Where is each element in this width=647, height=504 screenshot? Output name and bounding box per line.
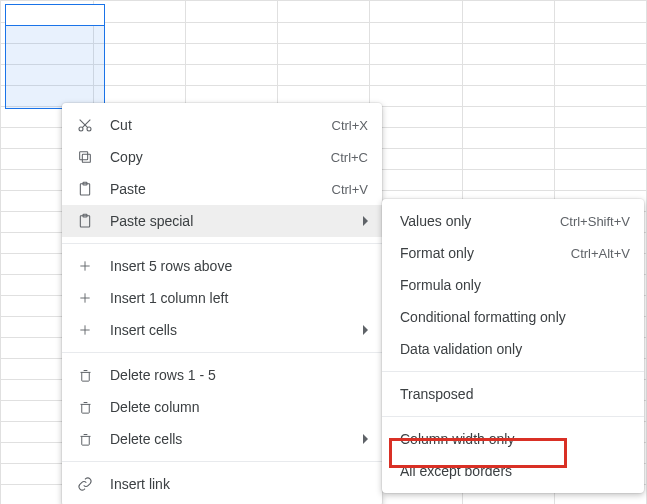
submenu-item-values-only[interactable]: Values only Ctrl+Shift+V: [382, 205, 644, 237]
menu-item-label: Cut: [110, 117, 332, 133]
submenu-arrow-icon: [363, 325, 368, 335]
submenu-item-column-width[interactable]: Column width only: [382, 423, 644, 455]
menu-separator: [382, 371, 644, 372]
menu-item-delete-column[interactable]: Delete column: [62, 391, 382, 423]
menu-separator: [62, 461, 382, 462]
menu-item-label: Formula only: [400, 277, 630, 293]
menu-item-shortcut: Ctrl+V: [332, 182, 368, 197]
svg-rect-5: [80, 152, 88, 160]
menu-item-label: Conditional formatting only: [400, 309, 630, 325]
menu-item-label: Insert 1 column left: [110, 290, 368, 306]
menu-item-copy[interactable]: Copy Ctrl+C: [62, 141, 382, 173]
menu-separator: [62, 243, 382, 244]
plus-icon: [74, 288, 96, 308]
trash-icon: [74, 365, 96, 385]
menu-item-label: Paste: [110, 181, 332, 197]
menu-item-label: Paste special: [110, 213, 353, 229]
menu-item-delete-cells[interactable]: Delete cells: [62, 423, 382, 455]
menu-item-label: Column width only: [400, 431, 630, 447]
plus-icon: [74, 320, 96, 340]
menu-item-delete-rows[interactable]: Delete rows 1 - 5: [62, 359, 382, 391]
menu-item-insert-cells[interactable]: Insert cells: [62, 314, 382, 346]
menu-item-label: All except borders: [400, 463, 630, 479]
menu-item-label: Delete rows 1 - 5: [110, 367, 368, 383]
menu-item-insert-column[interactable]: Insert 1 column left: [62, 282, 382, 314]
menu-item-label: Insert cells: [110, 322, 353, 338]
menu-item-shortcut: Ctrl+C: [331, 150, 368, 165]
paste-icon: [74, 211, 96, 231]
menu-item-label: Insert link: [110, 476, 368, 492]
paste-icon: [74, 179, 96, 199]
menu-item-label: Format only: [400, 245, 571, 261]
menu-item-label: Values only: [400, 213, 560, 229]
menu-item-insert-rows[interactable]: Insert 5 rows above: [62, 250, 382, 282]
menu-item-paste[interactable]: Paste Ctrl+V: [62, 173, 382, 205]
trash-icon: [74, 397, 96, 417]
menu-separator: [62, 352, 382, 353]
plus-icon: [74, 256, 96, 276]
paste-special-submenu: Values only Ctrl+Shift+V Format only Ctr…: [382, 199, 644, 493]
menu-item-shortcut: Ctrl+Shift+V: [560, 214, 630, 229]
submenu-item-formula-only[interactable]: Formula only: [382, 269, 644, 301]
submenu-item-data-validation[interactable]: Data validation only: [382, 333, 644, 365]
menu-item-label: Transposed: [400, 386, 630, 402]
submenu-arrow-icon: [363, 216, 368, 226]
menu-item-label: Delete cells: [110, 431, 353, 447]
submenu-arrow-icon: [363, 434, 368, 444]
menu-item-shortcut: Ctrl+X: [332, 118, 368, 133]
menu-item-paste-special[interactable]: Paste special: [62, 205, 382, 237]
menu-item-shortcut: Ctrl+Alt+V: [571, 246, 630, 261]
menu-item-label: Data validation only: [400, 341, 630, 357]
copy-icon: [74, 147, 96, 167]
menu-separator: [382, 416, 644, 417]
submenu-item-transposed[interactable]: Transposed: [382, 378, 644, 410]
menu-item-cut[interactable]: Cut Ctrl+X: [62, 109, 382, 141]
submenu-item-format-only[interactable]: Format only Ctrl+Alt+V: [382, 237, 644, 269]
link-icon: [74, 474, 96, 494]
menu-item-label: Delete column: [110, 399, 368, 415]
trash-icon: [74, 429, 96, 449]
submenu-item-conditional-formatting[interactable]: Conditional formatting only: [382, 301, 644, 333]
context-menu: Cut Ctrl+X Copy Ctrl+C Paste Ctrl+V Past…: [62, 103, 382, 504]
svg-rect-4: [82, 154, 90, 162]
menu-item-label: Insert 5 rows above: [110, 258, 368, 274]
cut-icon: [74, 115, 96, 135]
submenu-item-all-except-borders[interactable]: All except borders: [382, 455, 644, 487]
menu-item-insert-link[interactable]: Insert link: [62, 468, 382, 500]
menu-item-label: Copy: [110, 149, 331, 165]
